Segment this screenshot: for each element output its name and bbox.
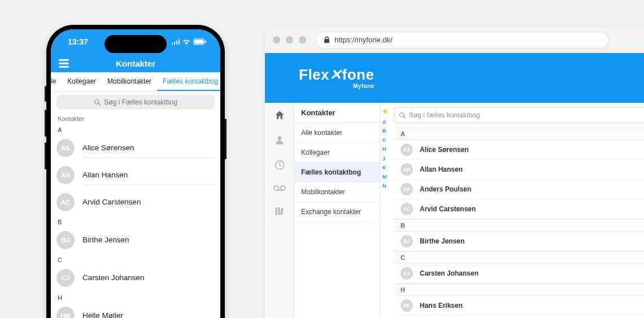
tab-kollegaer[interactable]: Kollegaer [62, 72, 102, 91]
index-letter[interactable]: J [382, 154, 391, 163]
contact-row[interactable]: CJ Carsten Johansen [394, 264, 644, 284]
tab-mobilkontakter[interactable]: Mobilkontakter [102, 72, 157, 91]
star-icon[interactable]: ★ [382, 106, 391, 117]
battery-icon [193, 38, 207, 45]
window-dot[interactable] [286, 36, 293, 43]
section-header: B [394, 219, 644, 232]
avatar: AS [401, 143, 413, 156]
contact-name: Carsten Johansen [420, 269, 478, 277]
section-header: H [394, 284, 644, 296]
voicemail-icon[interactable] [273, 184, 286, 194]
menu-icon[interactable] [59, 59, 69, 68]
app-title: Kontakter [116, 59, 155, 68]
contact-name: Arvid Carstensen [82, 192, 214, 212]
contact-name: Birthe Jensen [82, 230, 214, 250]
avatar: AC [401, 203, 413, 215]
sidebar: Kontakter Alle kontakter Kollegaer Fælle… [294, 103, 380, 318]
person-icon[interactable] [274, 134, 285, 148]
avatar: BJ [401, 235, 413, 247]
contact-row[interactable]: HE Hans Eriksen [394, 296, 644, 316]
avatar: AH [401, 163, 413, 176]
index-letter[interactable]: H [382, 145, 391, 154]
avatar: AP [401, 183, 413, 195]
alpha-index: ★ A B C H J K M N [380, 103, 391, 318]
search-icon [94, 99, 101, 106]
nav-rail [265, 103, 294, 318]
tab-partial[interactable]: le [51, 72, 62, 91]
brand-logo: Flex✕fone [299, 67, 374, 82]
svg-rect-1 [194, 40, 204, 44]
avatar: CJ [401, 267, 413, 280]
window-dot[interactable] [299, 36, 306, 43]
window-dot[interactable] [273, 36, 280, 43]
contact-row[interactable]: AC Arvid Carstensen [394, 199, 644, 219]
sidebar-title: Kontakter [294, 103, 380, 123]
section-header: A [51, 123, 220, 134]
svg-line-15 [403, 116, 405, 118]
phone-mockup: 13:37 Kontakter le Kollegaer Mobilkontak… [46, 25, 225, 318]
svg-point-8 [274, 186, 279, 190]
contact-name: Anders Poulsen [420, 185, 471, 193]
contact-row[interactable]: BJ Birthe Jensen [394, 232, 644, 251]
svg-point-9 [281, 186, 285, 190]
contact-row[interactable]: AP Anders Poulsen [394, 180, 644, 199]
section-header: C [51, 253, 220, 264]
search-input[interactable]: Søg i Fælles kontaktbog [56, 95, 215, 110]
sidebar-item-exchange[interactable]: Exchange kontakter [294, 202, 380, 222]
svg-rect-2 [205, 41, 206, 43]
contact-name: Alice Sørensen [420, 146, 469, 154]
avatar: HM [56, 307, 75, 319]
contact-name: Hans Eriksen [420, 302, 463, 310]
home-icon[interactable] [274, 110, 285, 123]
contact-row[interactable]: HM Helle Møller [51, 302, 220, 318]
brand-bar: Flex✕fone Myfone [265, 53, 644, 103]
browser-window: https://myfone.dk/ Flex✕fone Myfone [265, 27, 644, 318]
index-letter[interactable]: C [382, 136, 391, 145]
sidebar-item-alle[interactable]: Alle kontakter [294, 123, 380, 143]
contact-name: Carsten Johansen [82, 268, 214, 287]
contact-row[interactable]: AH Allan Hansen [394, 160, 644, 180]
sidebar-item-kollegaer[interactable]: Kollegaer [294, 143, 380, 163]
wifi-icon [182, 38, 191, 45]
search-placeholder: Søg i fælles kontaktbog [409, 111, 480, 119]
search-input[interactable]: Søg i fælles kontaktbog [394, 107, 644, 123]
contact-name: Arvid Carstensen [420, 205, 476, 213]
main-column: Søg i fælles kontaktbog ❯ A AS Alice Sør… [391, 103, 644, 318]
contact-row[interactable]: AS Alice Sørensen [51, 134, 220, 162]
library-icon[interactable] [274, 206, 285, 219]
contact-name: Alice Sørensen [82, 138, 214, 158]
index-letter[interactable]: K [382, 163, 391, 172]
contact-row[interactable]: BJ Birthe Jensen [51, 226, 220, 253]
svg-rect-12 [278, 207, 280, 215]
section-header: H [51, 291, 220, 302]
index-letter[interactable]: A [382, 117, 391, 127]
contact-row[interactable]: AC Arvid Carstensen [51, 189, 220, 215]
section-header: A [394, 128, 644, 140]
avatar: AC [56, 193, 75, 211]
svg-rect-11 [275, 207, 277, 215]
contact-name: Helle Møller [82, 306, 214, 318]
phone-notch [105, 35, 167, 53]
section-header: C [394, 251, 644, 264]
svg-line-4 [99, 103, 101, 105]
index-letter[interactable]: B [382, 127, 391, 136]
clock-icon[interactable] [274, 159, 285, 173]
svg-point-6 [277, 136, 281, 140]
contact-row[interactable]: AS Alice Sørensen [394, 140, 644, 160]
app-header: Kontakter [51, 54, 220, 72]
contact-row[interactable]: AH Allan Hansen [51, 162, 220, 189]
contact-name: Birthe Jensen [420, 237, 464, 245]
avatar: BJ [56, 231, 75, 249]
url-text: https://myfone.dk/ [334, 36, 393, 44]
avatar: AH [56, 166, 75, 184]
index-letter[interactable]: N [382, 181, 391, 190]
svg-rect-5 [324, 39, 329, 43]
lock-icon [324, 36, 330, 43]
tab-faelles[interactable]: Fælles kontaktbog [157, 72, 220, 91]
contact-row[interactable]: CJ Carsten Johansen [51, 264, 220, 291]
sidebar-item-mobil[interactable]: Mobilkontakter [294, 182, 380, 202]
url-bar[interactable]: https://myfone.dk/ [315, 32, 609, 49]
index-letter[interactable]: M [382, 172, 391, 181]
sidebar-item-faelles[interactable]: Fælles kontaktbog [294, 163, 380, 182]
contact-name: Allan Hansen [82, 165, 214, 185]
